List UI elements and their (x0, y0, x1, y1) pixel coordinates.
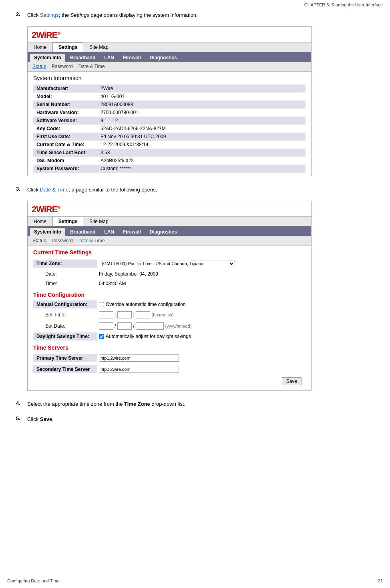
value-currentdate: 12-22-2009 &01:38:14 (97, 141, 306, 149)
save-button[interactable]: Save (282, 377, 302, 385)
save-row: Save (33, 376, 306, 387)
system-info-section: System Information Manufacturer: 2Wire M… (28, 72, 311, 176)
nav-bar-1: Home Settings Site Map (28, 42, 311, 52)
value-syspassword: Custom: ****** (97, 165, 306, 173)
footer-left: Configuring Date and Time (7, 578, 60, 583)
step-5-number: 5. (16, 415, 27, 423)
value-lastboot: 3:53 (97, 149, 306, 157)
nav-home-1[interactable]: Home (28, 42, 52, 52)
time-config-title: Time Configuration (33, 292, 306, 298)
logo-bar-2: 2WiRE® (28, 201, 311, 216)
tab-firewall-2[interactable]: Firewall (119, 228, 145, 236)
subtab-datetime-1[interactable]: Date & Time (78, 63, 106, 70)
subtab-bar-1: Status Password Date & Time (28, 62, 311, 72)
daylight-row: Daylight Savings Time: Automatically adj… (33, 332, 306, 340)
set-time-hh[interactable] (99, 311, 113, 318)
label-keycode: Key Code: (33, 125, 97, 133)
step-3: 3. Click Date & Time; a page similar to … (16, 186, 374, 194)
daylight-checkbox-label: Automatically adjust for daylight saving… (99, 334, 304, 339)
step-5-text: Click Save. (27, 415, 54, 423)
settings-link[interactable]: Settings (40, 12, 59, 18)
primary-server-label: Primary Time Server (33, 354, 97, 362)
set-date-value: / / (yyyy/mm/dd) (97, 321, 306, 331)
timezone-select[interactable]: (GMT-08:00) Pacific Time - US and Canada… (99, 260, 235, 267)
table-row: Serial Number: 28091A000088 (33, 101, 306, 109)
set-date-yyyy[interactable] (99, 322, 113, 330)
daylight-checkbox[interactable] (99, 334, 104, 339)
tab-lan-2[interactable]: LAN (100, 228, 118, 236)
secondary-server-input[interactable] (99, 366, 179, 373)
set-time-mm[interactable] (117, 311, 132, 318)
manual-config-checkbox[interactable] (99, 302, 104, 307)
subtab-password-2[interactable]: Password (51, 238, 74, 244)
daylight-value: Automatically adjust for daylight saving… (97, 332, 306, 340)
label-manufacturer: Manufacturer: (33, 85, 97, 93)
nav-home-2[interactable]: Home (28, 217, 52, 226)
set-date-label: Set Date: (33, 322, 97, 330)
set-time-row: Set Time: : : (hh:mm:ss) (33, 310, 306, 320)
system-info-table: Manufacturer: 2Wire Model: 4011G-001 Ser… (33, 85, 306, 173)
logo-2wire-1: 2WiRE® (32, 30, 60, 40)
primary-server-row: Primary Time Server (33, 353, 306, 363)
subtab-status-1[interactable]: Status (32, 63, 47, 70)
table-row: DSL Modem A2pB025f6.d22 (33, 157, 306, 165)
subtab-status-2[interactable]: Status (32, 238, 47, 244)
step-4-number: 4. (16, 400, 27, 408)
table-row: Hardware Version: 2700-000780-001 (33, 109, 306, 117)
tab-broadband-2[interactable]: Broadband (66, 228, 99, 236)
step-4: 4. Select the appropriate time zone from… (16, 400, 374, 408)
table-row: Manufacturer: 2Wire (33, 85, 306, 93)
value-model: 4011G-001 (97, 93, 306, 101)
subtab-bar-2: Status Password Date & Time (28, 236, 311, 246)
secondary-server-value (97, 364, 306, 374)
label-model: Model: (33, 93, 97, 101)
datetime-link[interactable]: Date & Time (40, 187, 69, 193)
daylight-label: Daylight Savings Time: (33, 332, 97, 340)
primary-server-input[interactable] (99, 354, 179, 362)
nav-settings-1[interactable]: Settings (52, 42, 83, 52)
step-2-number: 2. (16, 11, 27, 19)
tab-bar-1: System Info Broadband LAN Firewall Diagn… (28, 52, 311, 62)
tab-diagnostics-1[interactable]: Diagnostics (146, 54, 181, 62)
nav-bar-2: Home Settings Site Map (28, 216, 311, 226)
set-date-mm[interactable] (117, 322, 132, 330)
tab-systeminfo-2[interactable]: System Info (30, 228, 65, 236)
manual-config-row: Manual Configuration: Override automatic… (33, 300, 306, 308)
nav-sitemap-1[interactable]: Site Map (83, 42, 114, 52)
value-sw: 9.1.1.12 (97, 117, 306, 125)
date-sep-2: / (133, 323, 136, 329)
label-firstuse: First Use Date: (33, 133, 97, 141)
nav-sitemap-2[interactable]: Site Map (83, 217, 114, 226)
time-sep-2: : (133, 312, 136, 318)
step-4-bold: Time Zone (124, 401, 150, 407)
step-3-text: Click Date & Time; a page similar to the… (27, 186, 157, 194)
time-servers-title: Time Servers (33, 344, 306, 351)
set-date-dd[interactable] (136, 322, 164, 330)
step-5: 5. Click Save. (16, 415, 374, 423)
set-time-ss[interactable] (136, 311, 150, 318)
date-value: Friday, September 04, 2009 (97, 270, 306, 278)
manual-config-value: Override automatic time configuration (97, 300, 306, 308)
tab-systeminfo-1[interactable]: System Info (30, 54, 65, 62)
nav-settings-2[interactable]: Settings (52, 217, 83, 226)
primary-server-value (97, 353, 306, 363)
manual-config-label: Manual Configuration: (33, 300, 97, 308)
value-hw: 2700-000780-001 (97, 109, 306, 117)
screenshot-1: 2WiRE® Home Settings Site Map System Inf… (27, 26, 312, 176)
tab-diagnostics-2[interactable]: Diagnostics (146, 228, 181, 236)
tab-firewall-1[interactable]: Firewall (119, 54, 145, 62)
current-time-section: Current Time Settings Time Zone: (GMT-08… (28, 246, 311, 390)
set-date-hint: (yyyy/mm/dd) (165, 324, 191, 328)
table-row: Time Since Last Boot: 3:53 (33, 149, 306, 157)
tab-lan-1[interactable]: LAN (100, 54, 118, 62)
table-row: Current Date & Time: 12-22-2009 &01:38:1… (33, 141, 306, 149)
table-row: Key Code: 52AD-2AD4-6266-22NA-827M (33, 125, 306, 133)
time-label: Time: (33, 280, 97, 288)
subtab-password-1[interactable]: Password (51, 63, 74, 70)
value-manufacturer: 2Wire (97, 85, 306, 93)
secondary-server-row: Secondary Time Server (33, 364, 306, 374)
tab-broadband-1[interactable]: Broadband (66, 54, 99, 62)
subtab-datetime-2[interactable]: Date & Time (78, 238, 106, 244)
label-dslmodem: DSL Modem (33, 157, 97, 165)
step-2-text: Click Settings; the Settings page opens … (27, 11, 198, 19)
